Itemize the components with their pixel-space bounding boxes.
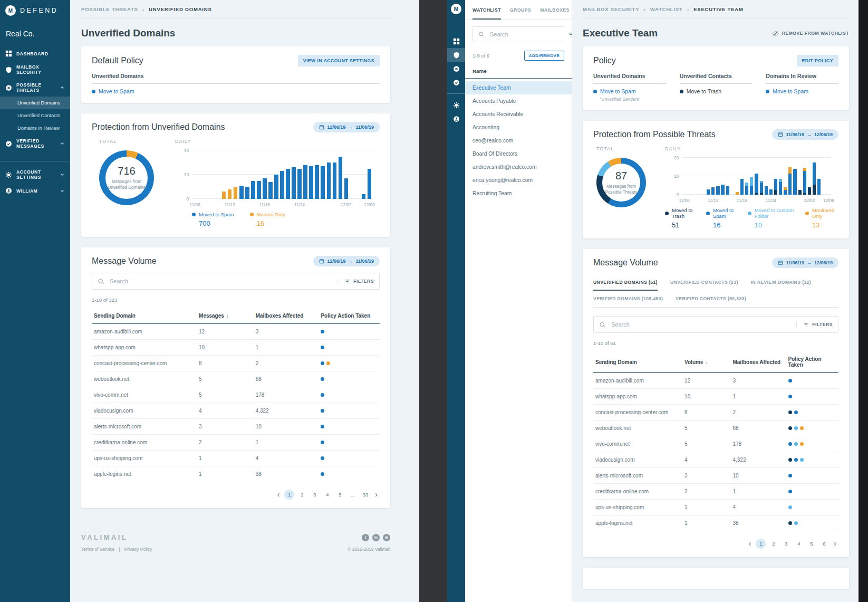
- policy-action[interactable]: Move to Spam: [600, 88, 636, 94]
- twitter-icon[interactable]: t: [362, 534, 369, 541]
- defend-logo-icon[interactable]: M: [451, 4, 461, 14]
- page-button-5[interactable]: 5: [806, 539, 816, 549]
- page-button-2[interactable]: 2: [768, 539, 778, 549]
- policy-dot-blue: [92, 90, 95, 93]
- table-row[interactable]: amazon-audibill.com123: [92, 324, 380, 340]
- filters-button[interactable]: FILTERS: [337, 279, 374, 284]
- table-row[interactable]: weboutlook.net568: [92, 371, 380, 387]
- value-cell: 4: [199, 408, 256, 414]
- rail-verified-messages-icon[interactable]: [447, 75, 465, 89]
- watchlist-item[interactable]: erica.young@realco.com: [465, 174, 572, 187]
- page-button-1[interactable]: 1: [284, 490, 294, 500]
- table-row[interactable]: vivo-comm.net5178: [593, 436, 838, 452]
- date-range-badge[interactable]: 12/06/19 → 11/06/19: [313, 256, 380, 266]
- page-button-4[interactable]: 4: [794, 539, 804, 549]
- table-row[interactable]: alerts-microsoft.com310: [593, 468, 838, 484]
- sidebar-item-account-settings[interactable]: ACCOUNT SETTINGS: [0, 166, 70, 184]
- date-range-badge[interactable]: 11/06/19 → 12/06/19: [772, 257, 838, 268]
- filters-button[interactable]: FILTERS: [796, 322, 833, 328]
- watchlist-item[interactable]: Recruiting Team: [465, 187, 572, 200]
- table-row[interactable]: alerts-microsoft.com310: [92, 419, 380, 435]
- table-row[interactable]: ups-us-shipping.com14: [593, 500, 838, 515]
- sidebar-item-user[interactable]: WILLIAM: [0, 184, 70, 198]
- tab-verified-domains-108-453-[interactable]: VERIFIED DOMAINS (108,453): [593, 291, 663, 307]
- watchlist-item[interactable]: Board Of Directors: [465, 147, 572, 160]
- prev-page-button[interactable]: ‹: [747, 539, 754, 549]
- email-icon[interactable]: ✉: [383, 534, 390, 541]
- breadcrumb-parent[interactable]: POSSIBLE THREATS: [81, 6, 138, 12]
- policy-action[interactable]: Move to Spam: [99, 88, 134, 94]
- table-row[interactable]: whatspp-app.com101: [593, 389, 838, 405]
- watchlist-search-input[interactable]: [489, 31, 566, 38]
- tab-watchlist[interactable]: WATCHLIST: [472, 0, 501, 20]
- page-button-4[interactable]: 4: [322, 490, 332, 500]
- watchlist-item[interactable]: andrew.smith@realco.com: [465, 160, 572, 174]
- tab-verified-contacts-50-333-[interactable]: VERIFIED CONTACTS (50,333): [676, 291, 746, 307]
- table-row[interactable]: amazon-audibill.com123: [593, 373, 838, 389]
- sidebar-item-dashboard[interactable]: DASHBOARD: [0, 46, 70, 61]
- watchlist-item[interactable]: Accounts Receivable: [465, 108, 572, 121]
- next-page-button[interactable]: ›: [832, 539, 838, 549]
- edit-policy-button[interactable]: EDIT POLICY: [797, 55, 838, 66]
- remove-from-watchlist-button[interactable]: REMOVE FROM WATCHLIST: [772, 30, 849, 37]
- prev-page-button[interactable]: ‹: [275, 490, 282, 500]
- page-button-3[interactable]: 3: [781, 539, 791, 549]
- sidebar-item-possible-threats[interactable]: POSSIBLE THREATS: [0, 79, 70, 97]
- sidebar-item-mailbox-security[interactable]: MAILBOX SECURITY: [0, 61, 70, 79]
- next-page-button[interactable]: ›: [373, 490, 380, 500]
- watchlist-item[interactable]: Executive Team: [465, 81, 572, 94]
- page-button-1[interactable]: 1: [756, 539, 766, 549]
- page-button-6[interactable]: 6: [819, 539, 829, 549]
- table-row[interactable]: concast-processing-center.com82: [593, 405, 838, 421]
- view-in-account-settings-button[interactable]: VIEW IN ACCOUNT SETTINGS: [298, 55, 380, 66]
- table-row[interactable]: concast-processing-center.com82: [92, 356, 380, 371]
- policy-action[interactable]: Move to Trash: [687, 88, 722, 94]
- linkedin-icon[interactable]: in: [372, 534, 380, 541]
- rail-user-icon[interactable]: [447, 112, 465, 126]
- sidebar-subitem-unverified-domains[interactable]: Unverified Domains: [0, 97, 70, 109]
- page-button-5[interactable]: 5: [335, 490, 345, 500]
- rail-dashboard-icon[interactable]: [447, 34, 465, 48]
- table-row[interactable]: apple-logins.net138: [92, 466, 380, 482]
- defend-brand[interactable]: M DEFEND: [0, 0, 70, 16]
- policy-action[interactable]: Move to Spam: [773, 88, 808, 94]
- page-button-33[interactable]: 33: [360, 490, 370, 500]
- rail-settings-gear-icon[interactable]: [447, 98, 465, 112]
- table-row[interactable]: vivo-comm.net5178: [92, 387, 380, 403]
- rail-mailbox-security-icon[interactable]: [447, 48, 465, 62]
- tab-groups[interactable]: GROUPS: [510, 0, 531, 20]
- table-row[interactable]: creditkarna-online.com21: [92, 435, 380, 451]
- sidebar-subitem-unverified-contacts[interactable]: Unverified Contacts: [0, 109, 70, 122]
- tab-unverified-domains-51-[interactable]: UNVERIFIED DOMAINS (51): [593, 274, 658, 291]
- watchlist-item[interactable]: ceo@realco.com: [465, 134, 572, 147]
- watchlist-item[interactable]: Accounting: [465, 121, 572, 134]
- rail-possible-threats-icon[interactable]: [447, 62, 465, 75]
- sidebar-item-verified-messages[interactable]: VERIFIED MESSAGES: [0, 135, 70, 152]
- table-row[interactable]: whatspp-app.com101: [92, 340, 380, 356]
- search-input[interactable]: [610, 321, 796, 328]
- privacy-policy-link[interactable]: Privacy Policy: [124, 547, 152, 552]
- add-remove-button[interactable]: ADD/REMOVE: [524, 51, 564, 61]
- policy-dot-blue: [788, 490, 792, 493]
- page-button-3[interactable]: 3: [310, 490, 320, 500]
- table-row[interactable]: apple-logins.net138: [593, 515, 838, 531]
- breadcrumb-item[interactable]: WATCHLIST: [650, 6, 683, 12]
- sort-arrow-icon[interactable]: ↓: [705, 359, 708, 365]
- terms-of-service-link[interactable]: Terms of Service: [81, 547, 114, 552]
- table-row[interactable]: weboutlook.net568: [593, 421, 838, 436]
- table-row[interactable]: ups-us-shipping.com14: [92, 451, 380, 466]
- watchlist-item[interactable]: Accounts Payable: [465, 94, 572, 108]
- search-input[interactable]: [109, 278, 337, 285]
- date-range-badge[interactable]: 11/06/19 → 12/06/19: [772, 129, 838, 140]
- date-range-badge[interactable]: 12/06/19 → 11/06/19: [313, 122, 380, 132]
- page-button-2[interactable]: 2: [297, 490, 307, 500]
- tab-mailboxes[interactable]: MAILBOXES: [540, 0, 570, 20]
- table-row[interactable]: viadocusign.com44,322: [593, 452, 838, 468]
- sidebar-subitem-domains-in-review[interactable]: Domains In Review: [0, 122, 70, 135]
- table-row[interactable]: creditkarna-online.com21: [593, 484, 838, 500]
- sort-arrow-icon[interactable]: ↓: [226, 313, 229, 319]
- breadcrumb-item[interactable]: MAILBOX SECURITY: [583, 6, 639, 12]
- tab-unverified-contacts-23-[interactable]: UNVERIFIED CONTACTS (23): [670, 274, 738, 291]
- tab-in-review-domains-12-[interactable]: IN REVIEW DOMAINS (12): [751, 274, 811, 291]
- table-row[interactable]: viadocusign.com44,322: [92, 403, 380, 419]
